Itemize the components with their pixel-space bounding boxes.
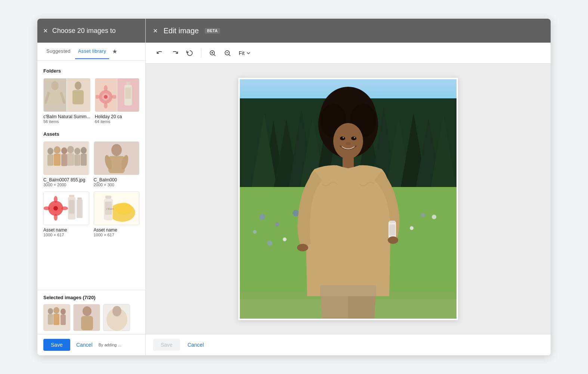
folder-count-1: 56 items	[43, 119, 90, 124]
svg-rect-28	[81, 154, 87, 166]
tab-asset-library[interactable]: Asset library	[75, 44, 109, 59]
product-icon-1	[121, 80, 136, 110]
zoom-in-icon	[209, 49, 216, 57]
undo-button[interactable]	[153, 46, 167, 60]
asset-name-3: Asset name	[43, 227, 89, 233]
flower-icon-1	[96, 80, 116, 110]
left-close-icon[interactable]: ×	[43, 27, 48, 34]
svg-rect-56	[48, 314, 53, 325]
svg-point-17	[47, 148, 53, 154]
selected-thumb-icon-3	[103, 304, 130, 331]
folder-count-2: 64 items	[95, 119, 139, 124]
svg-line-72	[229, 54, 230, 56]
svg-point-30	[111, 144, 122, 156]
svg-point-38	[54, 196, 58, 203]
svg-point-57	[53, 307, 59, 314]
svg-point-113	[333, 123, 363, 159]
svg-line-2	[46, 93, 49, 102]
right-save-button[interactable]: Save	[153, 339, 180, 351]
toolbar-divider	[201, 49, 201, 58]
zoom-in-button[interactable]	[206, 46, 219, 60]
footer-note: By adding ...	[99, 343, 139, 347]
svg-point-41	[61, 206, 68, 210]
assets-grid: C_Balm0007 855.jpg 3000 × 2000	[43, 141, 139, 237]
svg-rect-18	[47, 154, 53, 166]
svg-point-117	[354, 137, 355, 138]
folder-thumb-left-2	[95, 79, 117, 111]
left-content: Folders	[37, 61, 145, 290]
svg-point-93	[253, 230, 257, 234]
fit-button[interactable]: Fit	[236, 49, 254, 58]
svg-point-103	[432, 215, 436, 219]
main-image-wrapper	[238, 78, 458, 320]
svg-point-49	[116, 203, 132, 215]
svg-point-115	[351, 137, 356, 140]
svg-rect-122	[389, 221, 395, 223]
tab-suggested[interactable]: Suggested	[43, 44, 74, 59]
svg-rect-58	[53, 314, 59, 325]
right-cancel-button[interactable]: Cancel	[186, 339, 205, 351]
folder-name-1: c'Balm Natural Summ...	[43, 114, 90, 119]
svg-text:c'Balm: c'Balm	[106, 208, 114, 210]
selected-thumb-1	[43, 304, 70, 331]
asset-thumb-3	[43, 191, 89, 225]
left-tabs: Suggested Asset library ★	[37, 43, 145, 61]
folder-thumb-1	[43, 78, 90, 112]
svg-rect-63	[81, 316, 93, 330]
folders-grid: c'Balm Natural Summ... 56 items	[43, 78, 139, 124]
asset-item-2[interactable]: C_Balm000 2000 × 300	[94, 141, 140, 187]
edit-toolbar: Fit	[146, 43, 551, 64]
folder-item-2[interactable]: Holiday 20 ca 64 items	[95, 78, 139, 124]
svg-point-23	[67, 146, 74, 153]
svg-rect-26	[74, 154, 80, 166]
star-icon[interactable]: ★	[112, 48, 117, 55]
svg-rect-46	[77, 199, 83, 218]
svg-rect-22	[61, 154, 67, 166]
svg-rect-123	[320, 285, 376, 296]
redo-button[interactable]	[168, 46, 182, 60]
asset-woman-icon	[94, 142, 139, 175]
svg-rect-24	[67, 153, 74, 166]
selected-thumb-3	[103, 304, 130, 331]
asset-item-4[interactable]: c'Balm Asset name 1000 × 617	[94, 191, 140, 237]
zoom-out-button[interactable]	[221, 46, 234, 60]
right-close-icon[interactable]: ×	[153, 27, 158, 35]
svg-rect-60	[61, 315, 66, 325]
svg-point-4	[75, 82, 81, 90]
asset-item-1[interactable]: C_Balm0007 855.jpg 3000 × 2000	[43, 141, 89, 187]
folder-item-1[interactable]: c'Balm Natural Summ... 56 items	[43, 78, 90, 124]
fit-label: Fit	[239, 50, 245, 56]
asset-item-3[interactable]: Asset name 1000 × 617	[43, 191, 89, 237]
asset-name-1: C_Balm0007 855.jpg	[43, 177, 89, 183]
left-save-button[interactable]: Save	[43, 339, 70, 351]
reset-button[interactable]	[183, 46, 196, 60]
left-panel: × Choose 20 images to Suggested Asset li…	[37, 19, 146, 355]
folder-thumb-left-1	[44, 79, 67, 111]
svg-point-114	[340, 137, 345, 140]
selected-section: Selected images (7/20)	[37, 290, 145, 334]
folder-person-icon-2	[68, 80, 89, 110]
undo-icon	[156, 49, 164, 57]
svg-point-116	[343, 137, 344, 138]
asset-dims-3: 1000 × 617	[43, 233, 89, 237]
zoom-out-icon	[224, 49, 231, 57]
svg-line-68	[214, 54, 216, 56]
svg-rect-45	[77, 197, 82, 199]
svg-point-9	[104, 85, 108, 91]
asset-product-yellow-icon: c'Balm	[94, 192, 139, 225]
asset-thumb-1	[43, 141, 89, 175]
svg-point-55	[48, 308, 53, 314]
svg-point-125	[388, 236, 398, 244]
svg-point-21	[61, 147, 67, 154]
asset-dims-4: 1000 × 617	[94, 233, 140, 237]
asset-thumb-2	[94, 141, 140, 175]
folders-label: Folders	[43, 68, 139, 74]
svg-rect-44	[69, 200, 74, 214]
reset-icon	[186, 49, 194, 57]
left-cancel-button[interactable]: Cancel	[75, 339, 94, 351]
left-header: × Choose 20 images to	[37, 19, 145, 43]
right-panel-title: Edit image	[164, 27, 199, 35]
svg-point-94	[267, 240, 272, 246]
svg-rect-15	[125, 88, 131, 99]
selected-thumb-icon-2	[74, 304, 100, 331]
